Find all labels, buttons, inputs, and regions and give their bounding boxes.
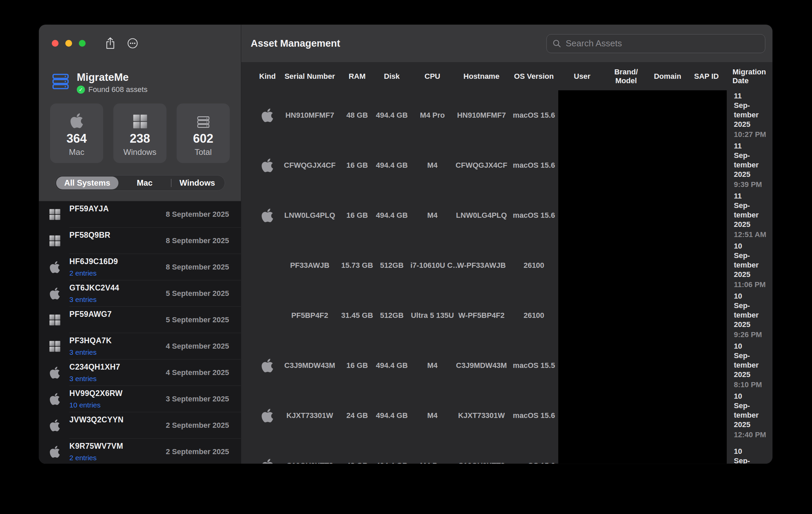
device-entries-link[interactable]: 3 entries [69,296,97,304]
device-list-item[interactable]: GT6JKC2V44 3 entries 5 September 2025 [39,280,241,307]
ram: 16 GB [341,161,373,170]
kind-icon [262,408,273,423]
column-header-migration-date[interactable]: Migration Date [725,68,772,85]
device-entries-link[interactable]: 3 entries [69,348,97,356]
server-rack-icon [51,72,70,92]
device-list-item[interactable]: PF59AWG7 5 September 2025 [39,307,241,333]
device-entries-link[interactable]: 10 entries [69,401,100,409]
column-header-hostname[interactable]: Hostname [454,72,509,81]
serial-number: HN910MFMF7 [278,111,341,120]
serial-number: CFWQGJX4CF [278,161,341,170]
windows-logo-icon [49,314,61,326]
apple-logo-icon [50,445,60,459]
kind-cell [256,158,278,173]
device-list-item[interactable]: PF3HQA7K 3 entries 4 September 2025 [39,333,241,359]
device-list-item[interactable]: HV99Q2X6RW 10 entries 3 September 2025 [39,386,241,412]
segment-all-systems[interactable]: All Systems [56,177,118,189]
windows-count: 238 [130,132,150,146]
column-header-ram[interactable]: RAM [341,72,373,81]
migration-date: 10 Sep- tember 2025 [734,447,772,464]
kind-icon [262,358,273,373]
segment-windows[interactable]: Windows [171,177,224,189]
column-header-os-version[interactable]: OS Version [509,72,559,81]
column-header-disk[interactable]: Disk [373,72,410,81]
windows-logo-icon [49,235,61,247]
cpu: Ultra 5 135U [410,311,454,320]
device-list-item[interactable]: PF58Q9BR 8 September 2025 [39,228,241,254]
migration-date-cell: 10 Sep- tember 2025 [725,447,772,464]
hostname: W-PF5BP4F2 [454,311,509,320]
kind-icon [50,392,60,406]
serial-number: LNW0LG4PLQ [278,211,341,220]
disk: 512GB [373,261,410,270]
mac-count-label: Mac [69,147,84,157]
kind-icon [50,366,60,379]
device-list-item[interactable]: PF59AYJA 8 September 2025 [39,201,241,228]
device-date: 8 September 2025 [166,210,229,219]
cpu: M4 [410,411,454,420]
column-header-kind[interactable]: Kind [256,72,278,81]
column-header-domain[interactable]: Domain [647,72,688,81]
os-version: 26100 [509,261,559,270]
device-serial: PF59AYJA [69,204,109,213]
apple-logo-icon [50,392,60,406]
hostname: C3J9MDW43M [454,361,509,370]
app-window: MigrateMe Found 608 assets 364 Mac 238 [39,25,772,464]
device-serial: C234QH1XH7 [69,363,120,372]
search-field[interactable] [546,34,765,53]
windows-count-label: Windows [123,147,156,157]
ram: 16 GB [341,361,373,370]
apple-logo-icon [262,108,273,123]
cpu: M4 Pro [410,111,454,120]
minimize-window-button[interactable] [65,40,72,47]
apple-logo-icon [50,366,60,379]
cpu: M4 [410,161,454,170]
device-entries-link[interactable]: 3 entries [69,375,97,383]
column-header-cpu[interactable]: CPU [410,72,454,81]
device-entries-link[interactable]: 2 entries [69,269,97,277]
device-list-item[interactable]: JVW3Q2CYYN 2 September 2025 [39,412,241,439]
hostname: LNW0LG4PLQ [454,211,509,220]
search-icon [552,39,562,48]
share-icon[interactable] [105,37,116,50]
migration-date-cell: 11 Sep- tember 2025 12:51 AM [725,191,772,239]
device-list: PF59AYJA 8 September 2025 PF58Q9BR 8 Sep… [39,201,241,464]
search-input[interactable] [566,38,760,49]
kind-cell [256,208,278,223]
zoom-window-button[interactable] [79,40,86,47]
stat-card-mac: 364 Mac [50,103,103,163]
kind-icon [49,340,61,352]
column-header-brand-model[interactable]: Brand/ Model [605,68,647,85]
hostname: CFWQGJX4CF [454,161,509,170]
app-title: MigrateMe [77,71,148,84]
table-header: Kind Serial Number RAM Disk CPU Hostname… [241,63,772,90]
apple-logo-icon [262,458,273,464]
kind-icon [262,208,273,223]
device-list-item[interactable]: HF6J9C16D9 2 entries 8 September 2025 [39,254,241,280]
migration-date-cell: 10 Sep- tember 2025 11:06 PM [725,241,772,289]
column-header-user[interactable]: User [559,72,605,81]
apple-logo-icon [262,208,273,223]
windows-logo-icon [49,208,61,220]
device-list-item[interactable]: C234QH1XH7 3 entries 4 September 2025 [39,359,241,386]
windows-logo-icon [261,309,274,322]
ram: 15.73 GB [341,261,373,270]
migration-time: 9:26 PM [734,330,772,340]
column-header-serial-number[interactable]: Serial Number [278,72,341,81]
device-list-item[interactable]: K9R75WV7VM 2 entries 2 September 2025 [39,439,241,464]
serial-number: C3J9MDW43M [278,361,341,370]
more-options-icon[interactable] [127,38,138,49]
close-window-button[interactable] [52,40,59,47]
os-version: macOS 15.6 [509,111,559,120]
device-entries-link[interactable]: 2 entries [69,454,97,462]
kind-icon [262,158,273,173]
segment-mac[interactable]: Mac [118,177,171,189]
device-date: 4 September 2025 [166,342,229,351]
kind-cell [256,408,278,423]
kind-icon [49,235,61,247]
stat-cards: 364 Mac 238 Windows 602 Total [50,103,230,163]
server-rack-icon [196,108,210,129]
migration-date: 10 Sep- tember 2025 [734,291,772,329]
os-version: macOS 15.6 [509,211,559,220]
column-header-sap-id[interactable]: SAP ID [688,72,725,81]
